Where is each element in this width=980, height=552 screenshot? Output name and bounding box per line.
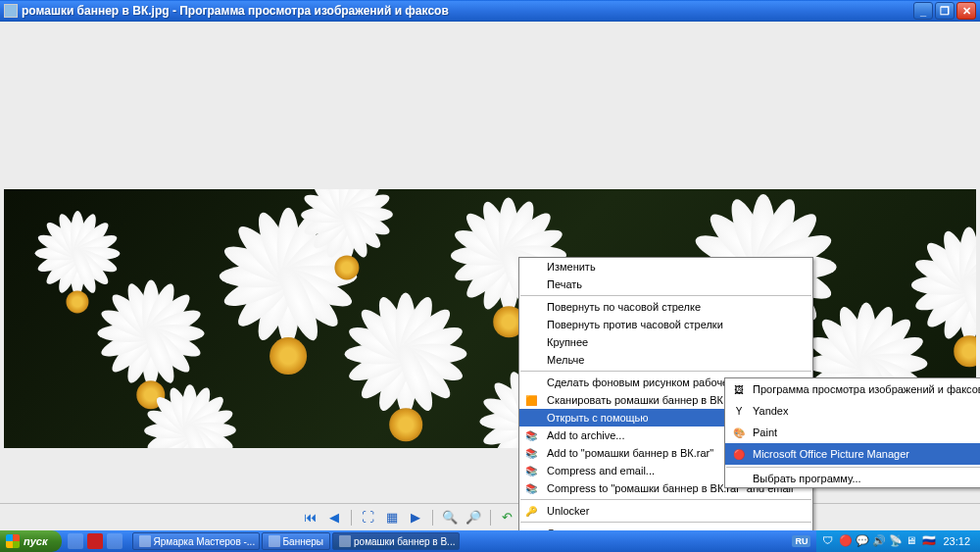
context-menu-item[interactable]: Повернуть по часовой стрелке [519,298,812,316]
tray-icon[interactable]: 📡 [889,534,903,548]
taskbar-buttons: Ярмарка Мастеров -...Баннерыромашки банн… [128,532,793,550]
ql-icon-1[interactable] [68,533,83,549]
start-label: пуск [24,535,48,547]
ql-icon-2[interactable] [87,533,103,549]
window-title: ромашки баннер в ВК.jpg - Программа прос… [22,4,913,18]
tray-icon[interactable]: 💬 [856,534,869,548]
taskbar-button[interactable]: ромашки баннер в В... [332,532,460,550]
start-button[interactable]: пуск [0,530,62,552]
zoom-in-button[interactable]: 🔍 [441,509,459,527]
context-menu-item[interactable]: 🔑Unlocker [519,502,812,520]
tray-icon[interactable]: 🇷🇺 [922,534,936,548]
close-button[interactable]: ✕ [956,2,976,20]
taskbar-button[interactable]: Баннеры [262,532,330,550]
language-indicator[interactable]: RU [792,535,810,547]
rotate-ccw-button[interactable]: ↶ [499,509,516,527]
first-image-button[interactable]: ⏮ [302,509,319,527]
slideshow-button[interactable]: ▶ [407,509,424,527]
prev-image-button[interactable]: ◀ [325,509,343,527]
context-menu-item[interactable]: Изменить [519,258,812,276]
context-menu-item[interactable]: Повернуть против часовой стрелки [519,316,812,333]
tray-icon[interactable]: 🛡 [822,534,836,548]
taskbar-button[interactable]: Ярмарка Мастеров -... [132,532,260,550]
fit-button[interactable]: ⛶ [360,509,377,527]
taskbar: пуск Ярмарка Мастеров -...Баннерыромашки… [0,530,980,552]
toolbar: ⏮ ◀ ⛶ ▦ ▶ 🔍 🔎 ↶ ↷ ✕ 🖨 📋 🖉 ? [0,503,980,530]
submenu-item[interactable]: Выбрать программу... [725,470,980,487]
tray-icon[interactable]: 🔊 [872,534,886,548]
context-menu-item[interactable]: Печать [519,276,812,293]
actual-size-button[interactable]: ▦ [383,509,401,527]
context-menu-item[interactable]: Крупнее [519,333,812,351]
tray-icon[interactable]: 🔴 [839,534,853,548]
submenu-item[interactable]: 🎨Paint [725,422,980,443]
minimize-button[interactable]: _ [913,2,933,20]
ql-icon-3[interactable] [107,533,122,549]
app-icon [4,4,18,18]
zoom-out-button[interactable]: 🔎 [465,509,482,527]
maximize-button[interactable]: ❐ [935,2,955,20]
quick-launch [62,533,128,549]
tray-icon[interactable]: 🖥 [906,534,919,548]
context-menu-item[interactable]: Мельче [519,351,812,369]
system-tray: 🛡 🔴 💬 🔊 📡 🖥 🇷🇺 23:12 [816,530,980,552]
submenu-item[interactable]: YYandex [725,400,980,422]
window-buttons: _ ❐ ✕ [913,2,976,20]
submenu-item[interactable]: 🖼Программа просмотра изображений и факсо… [725,378,980,400]
open-with-submenu[interactable]: 🖼Программа просмотра изображений и факсо… [724,377,980,488]
titlebar: ромашки баннер в ВК.jpg - Программа прос… [0,0,980,22]
submenu-item[interactable]: 🔴Microsoft Office Picture Manager [725,443,980,465]
clock[interactable]: 23:12 [939,535,974,547]
windows-logo-icon [6,534,20,548]
